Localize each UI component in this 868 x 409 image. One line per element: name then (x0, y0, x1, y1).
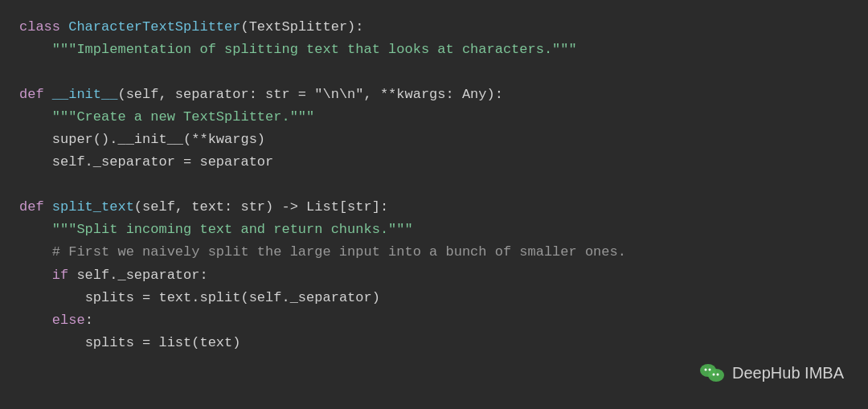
super-call: super().__init__(**kwargs) (52, 132, 265, 147)
init-params: (self, separator: str = "\n\n", **kwargs… (117, 87, 502, 102)
svg-point-2 (705, 369, 707, 371)
else-colon: : (85, 313, 93, 328)
class-name: CharacterTextSplitter (68, 19, 240, 35)
self-separator: self._separator = separator (52, 154, 273, 170)
svg-point-5 (717, 374, 719, 376)
svg-point-3 (709, 369, 711, 371)
comment-1: # First we naively split the large input… (52, 244, 626, 260)
svg-point-4 (713, 374, 715, 376)
splits-assign-2: splits = list(text) (85, 335, 241, 350)
splits-assign-1: splits = text.split(self._separator) (85, 290, 380, 305)
docstring-3: """Split incoming text and return chunks… (52, 222, 413, 237)
docstring-2: """Create a new TextSplitter.""" (52, 109, 314, 125)
code-text: (TextSplitter): (240, 19, 363, 35)
watermark-text: DeepHub IMBA (732, 364, 844, 382)
keyword-if: if (52, 268, 68, 283)
func-name-split: split_text (52, 199, 134, 215)
keyword-def-1: def (19, 87, 44, 102)
docstring-1: """Implementation of splitting text that… (52, 42, 577, 57)
wechat-icon (698, 359, 726, 387)
func-name-init: __init__ (52, 87, 118, 102)
code-container: class CharacterTextSplitter(TextSplitter… (0, 0, 868, 409)
if-condition: self._separator: (68, 268, 207, 283)
code-block: class CharacterTextSplitter(TextSplitter… (19, 16, 849, 354)
keyword-class: class (19, 19, 60, 35)
watermark: DeepHub IMBA (698, 359, 844, 387)
split-params: (self, text: str) -> List[str]: (134, 199, 388, 215)
keyword-else: else (52, 313, 85, 328)
svg-point-1 (708, 369, 724, 382)
keyword-def-2: def (19, 199, 44, 215)
